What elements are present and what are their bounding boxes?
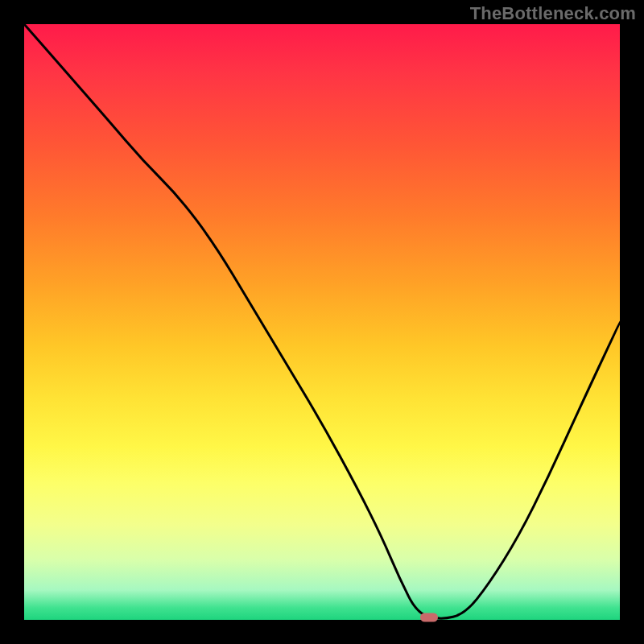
plot-area: [24, 24, 620, 620]
optimum-marker: [420, 613, 438, 622]
bottleneck-curve: [24, 24, 620, 620]
watermark-text: TheBottleneck.com: [470, 3, 636, 24]
chart-frame: TheBottleneck.com: [0, 0, 644, 644]
